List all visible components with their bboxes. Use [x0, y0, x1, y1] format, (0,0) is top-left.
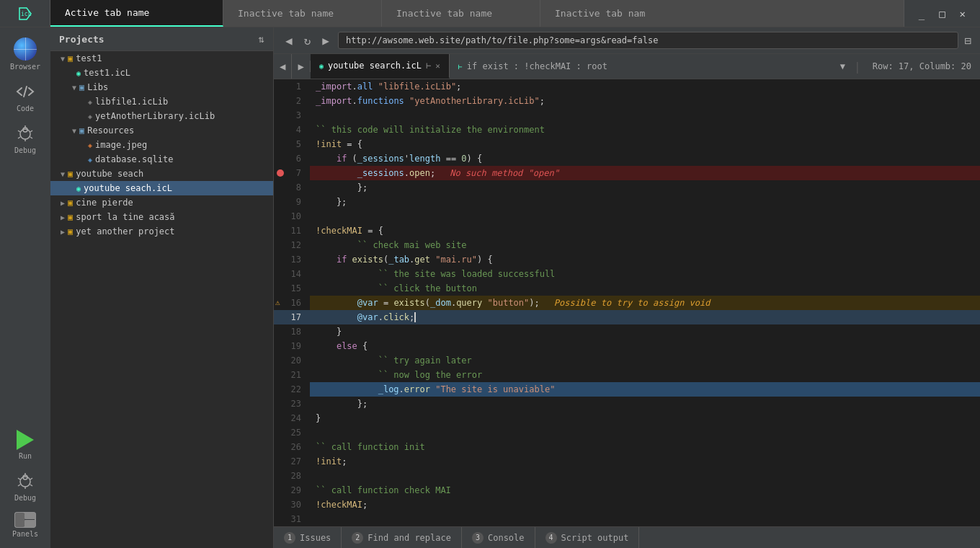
- sidebar-item-panels[interactable]: Panels: [5, 508, 45, 542]
- sidebar-item-code[interactable]: Code: [5, 76, 45, 117]
- debug2-icon: [14, 470, 36, 492]
- line-num-14: 14: [274, 267, 310, 281]
- line-num-11: 11: [274, 224, 310, 238]
- code-line-13: if exists(_tab.get "mai.ru") {: [310, 252, 980, 267]
- line-num-6: 6: [274, 151, 310, 166]
- code-line-21: `` now log the error: [310, 368, 980, 382]
- line-num-15: 15: [274, 281, 310, 296]
- code-line-8: };: [310, 180, 980, 195]
- line-num-10: 10: [274, 209, 310, 224]
- svg-rect-22: [24, 520, 35, 527]
- breadcrumb-expand-icon[interactable]: ▼: [834, 61, 851, 71]
- svg-line-7: [30, 131, 32, 132]
- line-num-26: 26: [274, 440, 310, 454]
- tree-item-test1[interactable]: ▼ ▣ test1: [50, 51, 273, 66]
- issues-tab-label: Issues: [300, 533, 331, 543]
- bottom-tab-find-replace[interactable]: 2 Find and replace: [342, 527, 462, 548]
- minimize-button[interactable]: _: [914, 6, 929, 21]
- sidebar-debug2-label: Debug: [14, 494, 36, 502]
- tab-inactive-2[interactable]: Inactive tab name: [382, 0, 540, 27]
- divider-line: |: [851, 60, 864, 74]
- reload-button[interactable]: ↻: [301, 32, 314, 49]
- tree-item-image[interactable]: ◈ image.jpeg: [50, 138, 273, 152]
- sidebar-code-label: Code: [17, 105, 34, 112]
- tree-item-cine-pierde[interactable]: ▶ ▣ cine pierde: [50, 195, 273, 210]
- sidebar-item-run[interactable]: Run: [5, 425, 45, 464]
- bottom-tab-script-output[interactable]: 4 Script output: [535, 527, 640, 548]
- sidebar: Browser Code Debug: [0, 27, 50, 548]
- line-num-2: 2: [274, 94, 310, 108]
- line-num-19: 19: [274, 339, 310, 353]
- line-num-12: 12: [274, 238, 310, 252]
- code-line-9: };: [310, 195, 980, 209]
- sidebar-item-debug2[interactable]: Debug: [5, 466, 45, 506]
- close-button[interactable]: ✕: [956, 6, 970, 21]
- tree-sort-icon[interactable]: ⇅: [259, 33, 264, 45]
- tree-item-yet-another-project[interactable]: ▶ ▣ yet another project: [50, 224, 273, 239]
- tree-item-database[interactable]: ◈ database.sqlite: [50, 152, 273, 167]
- svg-line-14: [18, 478, 20, 480]
- code-line-10: [310, 209, 980, 224]
- url-input[interactable]: [338, 32, 958, 49]
- svg-text:icL: icL: [21, 11, 32, 17]
- line-num-7: 7: [274, 166, 310, 180]
- line-num-5: 5: [274, 137, 310, 151]
- tab-nav-left[interactable]: ◀: [274, 54, 292, 79]
- active-file-tab[interactable]: ◉ youtube search.icL ⊢ ✕: [311, 54, 450, 79]
- code-line-2: _import.functions "yetAnotherLibrary.icL…: [310, 94, 980, 108]
- tab-nav-right[interactable]: ▶: [292, 61, 310, 72]
- tree-item-resources[interactable]: ▼ ▣ Resources: [50, 123, 273, 138]
- code-line-23: };: [310, 397, 980, 411]
- script-tab-label: Script output: [561, 533, 629, 543]
- code-line-5: !init = {: [310, 137, 980, 151]
- tree-item-libs[interactable]: ▼ ▣ Libs: [50, 80, 273, 94]
- maximize-button[interactable]: □: [935, 6, 949, 21]
- code-line-14: `` the site was loaded successfull: [310, 267, 980, 281]
- tree-item-test1-icl[interactable]: ◉ test1.icL: [50, 66, 273, 80]
- code-line-27: !init;: [310, 454, 980, 469]
- tab-active[interactable]: Active tab name: [50, 0, 223, 27]
- sidebar-item-browser[interactable]: Browser: [5, 33, 45, 75]
- line-num-3: 3: [274, 108, 310, 123]
- forward-button[interactable]: ▶: [319, 32, 332, 49]
- svg-line-2: [24, 87, 27, 97]
- bottom-tabs-bar: 1 Issues 2 Find and replace 3 Console 4 …: [274, 526, 980, 548]
- tab-inactive-1[interactable]: Inactive tab name: [223, 0, 382, 27]
- code-line-29: `` call function check MAI: [310, 483, 980, 498]
- bottom-tab-issues[interactable]: 1 Issues: [274, 527, 342, 548]
- line-num-29: 29: [274, 483, 310, 498]
- line-num-9: 9: [274, 195, 310, 209]
- svg-point-11: [20, 477, 30, 487]
- back-button[interactable]: ◀: [282, 32, 295, 49]
- tree-item-youtube-seach[interactable]: ▼ ▣ youtube seach: [50, 167, 273, 181]
- file-tree-title: Projects: [59, 34, 104, 45]
- editor-tabs-bar: ◀ ▶ ◉ youtube search.icL ⊢ ✕ ⊢ if exist …: [274, 54, 980, 79]
- line-num-1: 1: [274, 79, 310, 94]
- split-view-icon[interactable]: ⊟: [964, 34, 971, 48]
- code-line-28: [310, 469, 980, 483]
- code-line-12: `` check mai web site: [310, 238, 980, 252]
- bottom-tab-console[interactable]: 3 Console: [462, 527, 535, 548]
- line-num-25: 25: [274, 425, 310, 440]
- yet-another-project-label: yet another project: [76, 226, 174, 237]
- code-line-17: @var.click;: [310, 310, 980, 324]
- line-num-20: 20: [274, 353, 310, 368]
- tab-close-icon[interactable]: ✕: [435, 61, 440, 71]
- line-num-4: 4: [274, 123, 310, 137]
- tree-item-yet-another-lib[interactable]: ◈ yetAnotherLibrary.icLib: [50, 109, 273, 123]
- code-line-24: }: [310, 411, 980, 425]
- tree-item-libfile1[interactable]: ◈ libfile1.icLib: [50, 94, 273, 109]
- panels-icon: [14, 512, 36, 528]
- tree-item-sport[interactable]: ▶ ▣ sport la tine acasă: [50, 210, 273, 224]
- code-content[interactable]: _import.all "libfile.icLib"; _import.fun…: [310, 79, 980, 526]
- code-line-25: [310, 425, 980, 440]
- tab-inactive-3[interactable]: Inactive tab nam: [540, 0, 904, 27]
- sidebar-item-debug[interactable]: Debug: [5, 118, 45, 159]
- breadcrumb-area: ⊢ if exist : !checkMAI : root: [450, 61, 834, 71]
- tree-item-youtube-seach-icl[interactable]: ◉ youtube seach.icL: [50, 181, 273, 195]
- svg-line-9: [30, 137, 32, 138]
- code-editor[interactable]: 1 2 3 4 5 6 7 8 9 10 11 12 13 14 15 ⚠: [274, 79, 980, 526]
- console-tab-num: 3: [472, 532, 484, 544]
- line-num-13: 13: [274, 252, 310, 267]
- svg-line-17: [30, 485, 32, 486]
